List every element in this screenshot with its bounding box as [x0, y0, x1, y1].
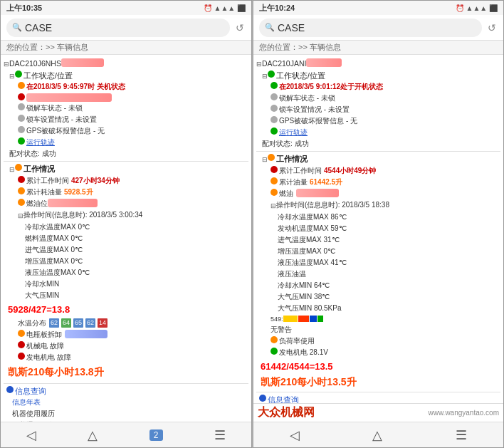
left-track-row[interactable]: 运行轨迹: [4, 137, 248, 148]
right-nav-menu[interactable]: ☰: [456, 427, 467, 443]
left-nav-menu[interactable]: ☰: [214, 427, 226, 443]
right-status-line1-row: 在2018/3/5 9:01:12处于开机状态: [256, 81, 500, 93]
right-boost-max: 增压温度MAX 0℃: [278, 246, 335, 256]
right-track-row[interactable]: 运行轨迹: [256, 127, 500, 138]
right-track-btn[interactable]: 运行轨迹: [279, 127, 308, 137]
right-wh-icon: [271, 166, 278, 173]
right-search-input-wrap[interactable]: 🔍 CASE: [259, 19, 482, 37]
right-oil-label: 燃油: [279, 189, 293, 199]
right-fuel-icon: [271, 177, 278, 184]
right-coolant-min: 冷却水MIN 64℃: [278, 281, 330, 291]
left-maint-row[interactable]: 保养通知信息: [4, 420, 248, 422]
right-gen-icon: [271, 348, 278, 355]
right-operation: 操作时间(信息息时): 2018/3/5 18:38: [276, 200, 389, 210]
right-hyd-max: 液压油温度MAX 41℃: [278, 258, 347, 268]
right-status-line1: 在2018/3/5 9:01:12处于开机状态: [279, 82, 383, 92]
right-ws-expand: ⊟: [262, 72, 268, 81]
right-search-bar[interactable]: 🔍 CASE ↺: [253, 15, 503, 41]
left-info-table-row[interactable]: 信息年表: [4, 397, 248, 408]
left-nav-page[interactable]: 2: [149, 429, 163, 441]
left-gps-info: GPS被破坏报警信息 - 无: [26, 126, 105, 136]
left-coolant-min: 冷却水MIN: [25, 279, 59, 289]
left-work-section-label: 工作情况: [23, 164, 55, 174]
left-calc: 5928/427=13.8: [8, 304, 70, 315]
left-info-row[interactable]: 信息查询: [4, 385, 248, 397]
left-machine-hist-row[interactable]: 机器使用履历: [4, 408, 248, 420]
left-info-icon: [6, 386, 14, 393]
right-info-query[interactable]: 信息查询: [268, 395, 299, 403]
left-phone: 上午10:35 ⏰ ▲▲▲ ⬛ 🔍 CASE ↺ 您的位置：>> 车辆信息 ⊟ …: [0, 0, 252, 448]
right-bar-g: [317, 316, 323, 322]
left-search-icon: 🔍: [12, 23, 22, 32]
left-refresh-button[interactable]: ↺: [234, 22, 246, 33]
left-info-query[interactable]: 信息查询: [15, 386, 46, 397]
right-status-bar: 上午10:24 ⏰ ▲▲▲ ⬛: [253, 1, 503, 15]
right-sl1-icon: [271, 82, 278, 89]
right-oil-level-row: 燃油: [256, 188, 500, 199]
right-nav-back[interactable]: ◁: [290, 427, 300, 443]
left-oil-bar: [48, 199, 98, 207]
left-status-line1: 在2018/3/5 9:45:97时 关机状态: [26, 82, 125, 92]
left-content-area[interactable]: ⊟ DAC210J6NHS ⊟ 工作状态/位置 在2018/3/5 9:45:9…: [1, 55, 251, 422]
left-nav-home[interactable]: △: [88, 427, 98, 443]
right-fuel-row: 累计油量 61442.5升: [256, 177, 500, 188]
left-fault-row: 电瓶板拆卸: [4, 329, 248, 340]
left-lock-settings-icon: [18, 115, 25, 122]
left-num-2: 65: [73, 318, 83, 328]
left-lock-icon: [18, 103, 25, 110]
right-info-icon: [259, 395, 266, 402]
right-content-area[interactable]: ⊟ DAC210JANI ⊟ 工作状态/位置 在2018/3/5 9:01:12…: [253, 55, 503, 403]
right-gps-info: GPS被破坏报警信息 - 无: [279, 116, 357, 126]
right-generator-row: 发电机电 28.1V: [256, 347, 500, 358]
right-warning: 无警告: [271, 325, 292, 335]
right-bar-group: [283, 316, 323, 322]
left-atm-pressure: 大气压MIN: [25, 291, 59, 301]
right-work-icon: [268, 154, 275, 161]
left-search-input-wrap[interactable]: 🔍 CASE: [6, 19, 230, 37]
left-config-row: 配对状态: 成功: [4, 148, 248, 160]
left-time: 上午10:35: [6, 3, 42, 14]
right-refresh-button[interactable]: ↺: [486, 22, 498, 33]
left-highlight-section: 凯斯210每小时13.8升: [4, 363, 248, 382]
right-breadcrumb: 您的位置：>> 车辆信息: [253, 41, 503, 55]
right-work-hours-value: 4544小时49分钟: [324, 166, 376, 176]
left-fault-icon: [18, 330, 25, 337]
right-work-status-row: ⊟ 工作状态/位置: [256, 70, 500, 82]
left-track-btn[interactable]: 运行轨迹: [26, 137, 55, 147]
left-maintenance[interactable]: 保养通知信息: [12, 420, 55, 422]
left-coolant-min-row: 冷却水MIN: [4, 278, 248, 290]
left-num-4: 14: [98, 318, 107, 328]
left-oil-level-row: 燃油位: [4, 198, 248, 209]
right-bar-b: [310, 316, 317, 322]
right-fuel-label: 累计油量: [279, 177, 308, 187]
left-machine-history[interactable]: 机器使用履历: [12, 409, 55, 419]
right-info-row[interactable]: 信息查询: [256, 394, 500, 403]
right-engine-max: 发动机温度MAX 59℃: [278, 224, 347, 234]
right-water-val: 大气压MIN 80.5KPa: [278, 303, 341, 313]
left-machine-icon: [18, 341, 25, 348]
right-hyd-oil-row: 液压油温: [256, 269, 500, 280]
right-warning-row: 无警告: [256, 324, 500, 335]
left-work-expand: ⊟: [9, 165, 15, 174]
right-nav-home[interactable]: △: [372, 427, 382, 443]
left-info-table[interactable]: 信息年表: [12, 397, 41, 407]
right-device-id: DAC210JANI: [262, 58, 306, 69]
right-load-icon: [271, 336, 278, 343]
left-bl-icon: [18, 93, 25, 100]
right-atm-pressure: 大气压MIN 38℃: [278, 292, 330, 302]
left-generator-row: 发电机电 故障: [4, 352, 248, 363]
right-intake-row: 进气温度MAX 31℃: [256, 234, 500, 246]
right-load-rate: 负荷率使用: [279, 336, 315, 346]
left-search-text: CASE: [25, 22, 224, 33]
left-search-bar[interactable]: 🔍 CASE ↺: [1, 15, 251, 41]
left-hyd-max: 液压油温度MAX 0℃: [25, 268, 90, 278]
left-machine-row: 机械电 故障: [4, 340, 248, 352]
right-lock-icon: [271, 93, 278, 100]
left-bottom-nav[interactable]: ◁ △ 2 ☰: [1, 422, 251, 447]
right-oil-bar: [296, 189, 339, 197]
left-gps-row: GPS被破坏报警信息 - 无: [4, 125, 248, 137]
right-bottom-nav[interactable]: ◁ △ ☰: [253, 422, 503, 447]
left-lock-settings-row: 锁车设置情况 - 未设置: [4, 114, 248, 125]
left-expand-icon: ⊟: [4, 60, 9, 69]
left-nav-back[interactable]: ◁: [26, 427, 36, 443]
